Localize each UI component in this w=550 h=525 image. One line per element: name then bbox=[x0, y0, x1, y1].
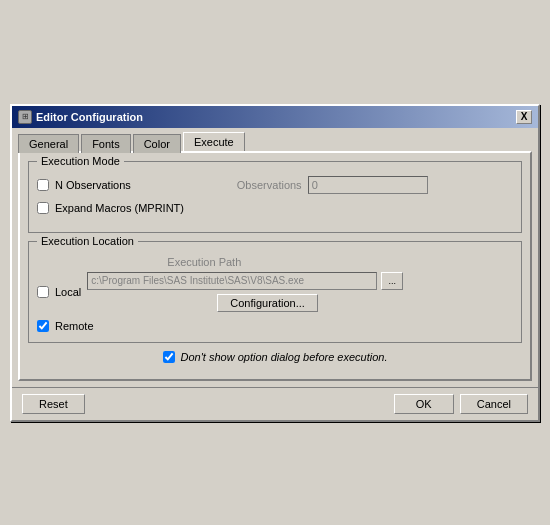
n-observations-row: N Observations Observations bbox=[37, 176, 513, 194]
dont-show-row: Don't show option dialog before executio… bbox=[28, 351, 522, 363]
remote-checkbox[interactable] bbox=[37, 320, 49, 332]
expand-macros-label: Expand Macros (MPRINT) bbox=[55, 202, 184, 214]
remote-label: Remote bbox=[55, 320, 94, 332]
remote-row: Remote bbox=[37, 320, 513, 332]
observations-label: Observations bbox=[237, 179, 302, 191]
execution-mode-title: Execution Mode bbox=[37, 155, 124, 167]
tab-bar: General Fonts Color Execute bbox=[12, 128, 538, 151]
n-observations-label: N Observations bbox=[55, 179, 131, 191]
reset-button[interactable]: Reset bbox=[22, 394, 85, 414]
window-title: Editor Configuration bbox=[36, 111, 143, 123]
execution-location-content: Local Execution Path ... Configuration..… bbox=[37, 256, 513, 332]
window-icon: ⊞ bbox=[18, 110, 32, 124]
tab-fonts[interactable]: Fonts bbox=[81, 134, 131, 153]
ok-button[interactable]: OK bbox=[394, 394, 454, 414]
dont-show-checkbox[interactable] bbox=[163, 351, 175, 363]
execution-mode-content: N Observations Observations Expand Macro… bbox=[37, 176, 513, 214]
btn-right: OK Cancel bbox=[394, 394, 528, 414]
n-observations-checkbox[interactable] bbox=[37, 179, 49, 191]
local-label: Local bbox=[55, 286, 81, 298]
tab-execute[interactable]: Execute bbox=[183, 132, 245, 151]
editor-configuration-window: ⊞ Editor Configuration X General Fonts C… bbox=[10, 104, 540, 422]
configuration-button[interactable]: Configuration... bbox=[217, 294, 318, 312]
execution-location-group: Execution Location Local Execution Path … bbox=[28, 241, 522, 343]
cancel-button[interactable]: Cancel bbox=[460, 394, 528, 414]
tab-color[interactable]: Color bbox=[133, 134, 181, 153]
title-bar: ⊞ Editor Configuration X bbox=[12, 106, 538, 128]
browse-button[interactable]: ... bbox=[381, 272, 403, 290]
observations-input[interactable] bbox=[308, 176, 428, 194]
local-checkbox[interactable] bbox=[37, 286, 49, 298]
close-button[interactable]: X bbox=[516, 110, 532, 124]
dont-show-label: Don't show option dialog before executio… bbox=[181, 351, 388, 363]
title-bar-left: ⊞ Editor Configuration bbox=[18, 110, 143, 124]
exec-path-input[interactable] bbox=[87, 272, 377, 290]
expand-macros-row: Expand Macros (MPRINT) bbox=[37, 202, 513, 214]
execution-mode-group: Execution Mode N Observations Observatio… bbox=[28, 161, 522, 233]
exec-path-label: Execution Path bbox=[167, 256, 403, 268]
bottom-bar: Reset OK Cancel bbox=[12, 387, 538, 420]
execution-location-title: Execution Location bbox=[37, 235, 138, 247]
path-col: Execution Path ... Configuration... bbox=[87, 256, 403, 312]
expand-macros-checkbox[interactable] bbox=[37, 202, 49, 214]
tab-general[interactable]: General bbox=[18, 134, 79, 153]
tab-content: Execution Mode N Observations Observatio… bbox=[18, 151, 532, 381]
